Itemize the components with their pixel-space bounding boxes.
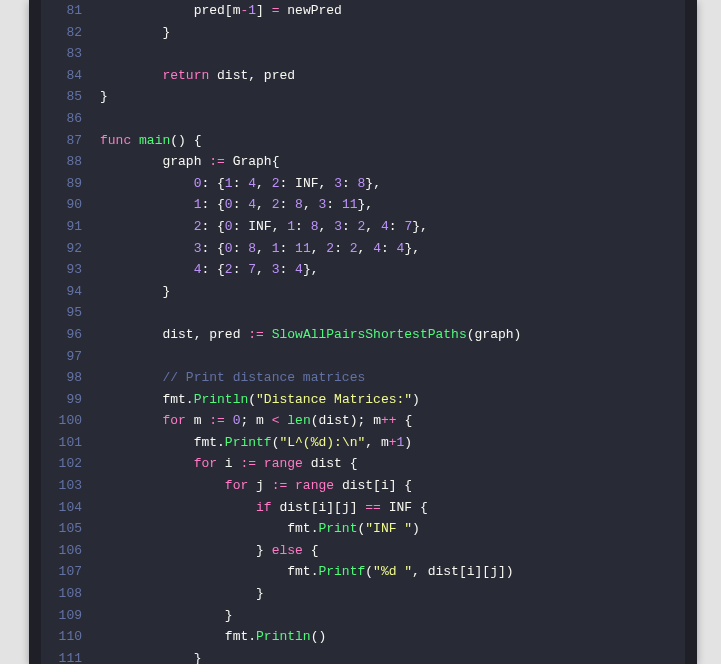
code-line[interactable]: for j := range dist[i] { xyxy=(90,475,685,497)
code-line[interactable]: return dist, pred xyxy=(90,65,685,87)
code-editor[interactable]: 8182838485868788899091929394959697989910… xyxy=(41,0,685,664)
code-line[interactable]: 1: {0: 4, 2: 8, 3: 11}, xyxy=(90,194,685,216)
code-token: : xyxy=(233,176,249,191)
code-token: for xyxy=(225,478,248,493)
code-token: { xyxy=(272,154,280,169)
code-token: : xyxy=(389,219,405,234)
code-token: ; xyxy=(240,413,256,428)
code-token: ] { xyxy=(389,478,412,493)
code-token: ( xyxy=(365,564,373,579)
line-number: 81 xyxy=(41,0,82,22)
code-line[interactable]: graph := Graph{ xyxy=(90,151,685,173)
code-line[interactable]: fmt.Println("Distance Matrices:") xyxy=(90,389,685,411)
code-token xyxy=(303,543,311,558)
code-token: , xyxy=(319,219,335,234)
code-line[interactable] xyxy=(90,108,685,130)
code-token: SlowAllPairsShortestPaths xyxy=(272,327,467,342)
code-token: : xyxy=(326,197,342,212)
code-line[interactable]: fmt.Printf("%d ", dist[i][j]) xyxy=(90,561,685,583)
code-line[interactable]: fmt.Println() xyxy=(90,626,685,648)
code-line[interactable]: } xyxy=(90,22,685,44)
code-token: 2 xyxy=(350,241,358,256)
line-number: 99 xyxy=(41,389,82,411)
code-line[interactable]: pred[m-1] = newPred xyxy=(90,0,685,22)
code-token: () xyxy=(170,133,186,148)
code-line[interactable] xyxy=(90,346,685,368)
code-token: 4 xyxy=(373,241,381,256)
code-token: Println xyxy=(194,392,249,407)
code-line[interactable]: 2: {0: INF, 1: 8, 3: 2, 4: 7}, xyxy=(90,216,685,238)
code-area[interactable]: pred[m-1] = newPred } return dist, pred}… xyxy=(90,0,685,664)
line-number: 98 xyxy=(41,367,82,389)
code-token: , xyxy=(248,68,256,83)
line-number: 85 xyxy=(41,86,82,108)
code-token: 1 xyxy=(287,219,295,234)
line-number: 87 xyxy=(41,130,82,152)
code-line[interactable]: // Print distance matrices xyxy=(90,367,685,389)
code-line[interactable]: } else { xyxy=(90,540,685,562)
code-token: graph xyxy=(475,327,514,342)
code-token: dist xyxy=(303,456,350,471)
code-line[interactable]: } xyxy=(90,281,685,303)
code-line[interactable]: } xyxy=(90,648,685,664)
code-token: m xyxy=(256,413,272,428)
line-number: 109 xyxy=(41,605,82,627)
code-line[interactable]: func main() { xyxy=(90,130,685,152)
code-line[interactable]: dist, pred := SlowAllPairsShortestPaths(… xyxy=(90,324,685,346)
code-token: 8 xyxy=(295,197,303,212)
line-number: 110 xyxy=(41,626,82,648)
code-token: 2 xyxy=(272,176,280,191)
code-token: 4 xyxy=(248,197,256,212)
code-token: INF xyxy=(248,219,271,234)
code-token: : xyxy=(233,262,249,277)
line-number: 82 xyxy=(41,22,82,44)
code-token: INF xyxy=(295,176,318,191)
code-token: 8 xyxy=(248,241,256,256)
code-token: pred xyxy=(256,68,295,83)
code-token: [ xyxy=(373,478,381,493)
code-token: : xyxy=(342,219,358,234)
code-token: [ xyxy=(225,3,233,18)
code-line[interactable]: for i := range dist { xyxy=(90,453,685,475)
code-token: + xyxy=(389,435,397,450)
code-token: 1 xyxy=(248,3,256,18)
line-number: 100 xyxy=(41,410,82,432)
code-token: }, xyxy=(303,262,319,277)
code-token: , xyxy=(303,197,319,212)
code-token: } xyxy=(256,586,264,601)
code-token: 0 xyxy=(225,241,233,256)
code-token: : xyxy=(233,241,249,256)
code-token: , xyxy=(256,197,272,212)
code-line[interactable]: fmt.Print("INF ") xyxy=(90,518,685,540)
code-token: range xyxy=(264,456,303,471)
code-line[interactable]: 3: {0: 8, 1: 11, 2: 2, 4: 4}, xyxy=(90,238,685,260)
code-token: "%d " xyxy=(373,564,412,579)
code-token: , xyxy=(256,241,272,256)
code-line[interactable]: } xyxy=(90,86,685,108)
code-line[interactable] xyxy=(90,302,685,324)
code-line[interactable]: fmt.Printf("L^(%d):\n", m+1) xyxy=(90,432,685,454)
code-token: }, xyxy=(404,241,420,256)
code-token: , xyxy=(365,435,381,450)
code-token: dist xyxy=(334,478,373,493)
code-token: return xyxy=(162,68,209,83)
code-line[interactable]: if dist[i][j] == INF { xyxy=(90,497,685,519)
code-token: j xyxy=(248,478,271,493)
code-token: , xyxy=(365,219,381,234)
code-token: j xyxy=(490,564,498,579)
code-token: 0 xyxy=(225,219,233,234)
code-token: := xyxy=(272,478,288,493)
code-token: : { xyxy=(201,197,224,212)
code-line[interactable]: 4: {2: 7, 3: 4}, xyxy=(90,259,685,281)
code-token: , xyxy=(319,176,335,191)
code-line[interactable]: } xyxy=(90,583,685,605)
code-token: < xyxy=(272,413,280,428)
code-token: := xyxy=(209,154,225,169)
code-line[interactable] xyxy=(90,43,685,65)
code-line[interactable]: 0: {1: 4, 2: INF, 3: 8}, xyxy=(90,173,685,195)
code-token: : { xyxy=(201,219,224,234)
code-line[interactable]: for m := 0; m < len(dist); m++ { xyxy=(90,410,685,432)
code-line[interactable]: } xyxy=(90,605,685,627)
line-number: 101 xyxy=(41,432,82,454)
code-token: : xyxy=(334,241,350,256)
